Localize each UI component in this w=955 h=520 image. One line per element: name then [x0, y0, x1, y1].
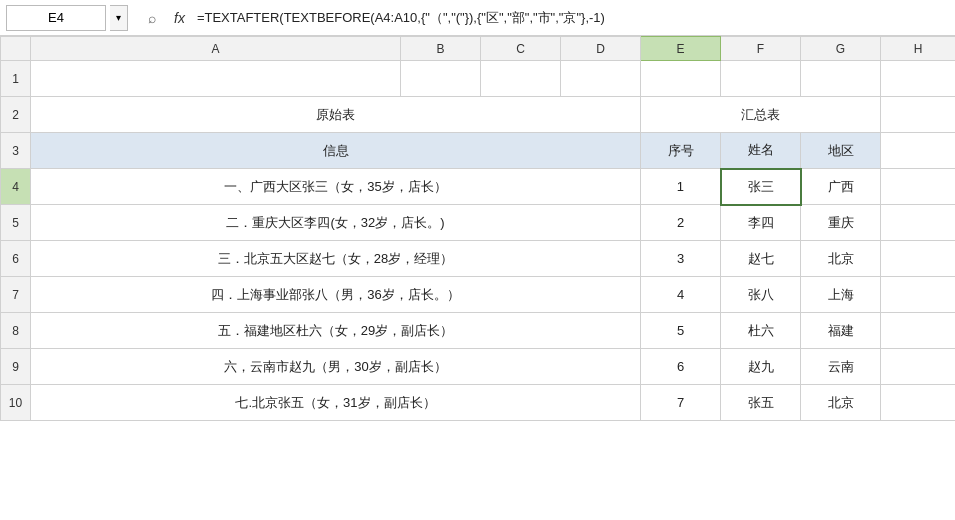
- col-header-g[interactable]: G: [801, 37, 881, 61]
- table-row: 4 一、广西大区张三（女，35岁，店长） 1 张三 广西: [1, 169, 956, 205]
- cell-e8-seqno[interactable]: 5: [641, 313, 721, 349]
- cell-a8-data[interactable]: 五．福建地区杜六（女，29岁，副店长）: [31, 313, 641, 349]
- cell-f4-name[interactable]: 张三: [721, 169, 801, 205]
- table-row: 3 信息 序号 姓名 地区: [1, 133, 956, 169]
- col-header-c[interactable]: C: [481, 37, 561, 61]
- cell-ref-value: E4: [48, 10, 64, 25]
- cell-g9-region[interactable]: 云南: [801, 349, 881, 385]
- cell-g3-region[interactable]: 地区: [801, 133, 881, 169]
- cell-a3-header[interactable]: 信息: [31, 133, 641, 169]
- cell-h10[interactable]: [881, 385, 956, 421]
- cell-h2[interactable]: [881, 97, 956, 133]
- cell-d1[interactable]: [561, 61, 641, 97]
- formula-bar: E4 ▾ ⌕ fx: [0, 0, 955, 36]
- spreadsheet-grid: A B C D E F G H 1: [0, 36, 955, 421]
- cell-g4-region[interactable]: 广西: [801, 169, 881, 205]
- formula-input[interactable]: [193, 5, 949, 31]
- cell-a2-title[interactable]: 原始表: [31, 97, 641, 133]
- table-row: 7 四．上海事业部张八（男，36岁，店长。） 4 张八 上海: [1, 277, 956, 313]
- cell-g7-region[interactable]: 上海: [801, 277, 881, 313]
- cell-e10-seqno[interactable]: 7: [641, 385, 721, 421]
- cell-f10-name[interactable]: 张五: [721, 385, 801, 421]
- cell-f3-name[interactable]: 姓名: [721, 133, 801, 169]
- table-row: 1: [1, 61, 956, 97]
- cell-f8-name[interactable]: 杜六: [721, 313, 801, 349]
- cell-h6[interactable]: [881, 241, 956, 277]
- dropdown-arrow-icon: ▾: [116, 12, 121, 23]
- table-row: 8 五．福建地区杜六（女，29岁，副店长） 5 杜六 福建: [1, 313, 956, 349]
- cell-e6-seqno[interactable]: 3: [641, 241, 721, 277]
- table-row: 2 原始表 汇总表: [1, 97, 956, 133]
- col-header-a[interactable]: A: [31, 37, 401, 61]
- cell-f1[interactable]: [721, 61, 801, 97]
- table-row: 5 二．重庆大区李四(女，32岁，店长。) 2 李四 重庆: [1, 205, 956, 241]
- cell-h4[interactable]: [881, 169, 956, 205]
- table-row: 10 七.北京张五（女，31岁，副店长） 7 张五 北京: [1, 385, 956, 421]
- cell-e7-seqno[interactable]: 4: [641, 277, 721, 313]
- cell-h3[interactable]: [881, 133, 956, 169]
- cell-e5-seqno[interactable]: 2: [641, 205, 721, 241]
- table-row: 6 三．北京五大区赵七（女，28岁，经理） 3 赵七 北京: [1, 241, 956, 277]
- fx-label: fx: [174, 10, 185, 26]
- col-header-f[interactable]: F: [721, 37, 801, 61]
- row-header-3[interactable]: 3: [1, 133, 31, 169]
- cell-g1[interactable]: [801, 61, 881, 97]
- col-header-h[interactable]: H: [881, 37, 956, 61]
- col-header-b[interactable]: B: [401, 37, 481, 61]
- row-header-9[interactable]: 9: [1, 349, 31, 385]
- cell-reference-box[interactable]: E4: [6, 5, 106, 31]
- column-header-row: A B C D E F G H: [1, 37, 956, 61]
- table-row: 9 六，云南市赵九（男，30岁，副店长） 6 赵九 云南: [1, 349, 956, 385]
- cell-g8-region[interactable]: 福建: [801, 313, 881, 349]
- corner-header: [1, 37, 31, 61]
- cell-a1[interactable]: [31, 61, 401, 97]
- cell-e4-seqno[interactable]: 1: [641, 169, 721, 205]
- cell-e1[interactable]: [641, 61, 721, 97]
- formula-search-icon: ⌕: [138, 5, 166, 31]
- cell-b1[interactable]: [401, 61, 481, 97]
- cell-e2-title[interactable]: 汇总表: [641, 97, 881, 133]
- cell-a7-data[interactable]: 四．上海事业部张八（男，36岁，店长。）: [31, 277, 641, 313]
- cell-h1[interactable]: [881, 61, 956, 97]
- row-header-1[interactable]: 1: [1, 61, 31, 97]
- cell-f6-name[interactable]: 赵七: [721, 241, 801, 277]
- cell-h9[interactable]: [881, 349, 956, 385]
- cell-a9-data[interactable]: 六，云南市赵九（男，30岁，副店长）: [31, 349, 641, 385]
- cell-a4-data[interactable]: 一、广西大区张三（女，35岁，店长）: [31, 169, 641, 205]
- row-header-8[interactable]: 8: [1, 313, 31, 349]
- cell-a6-data[interactable]: 三．北京五大区赵七（女，28岁，经理）: [31, 241, 641, 277]
- cell-h8[interactable]: [881, 313, 956, 349]
- cell-a5-data[interactable]: 二．重庆大区李四(女，32岁，店长。): [31, 205, 641, 241]
- cell-g6-region[interactable]: 北京: [801, 241, 881, 277]
- cell-f5-name[interactable]: 李四: [721, 205, 801, 241]
- cell-g10-region[interactable]: 北京: [801, 385, 881, 421]
- cell-ref-dropdown[interactable]: ▾: [110, 5, 128, 31]
- cell-h5[interactable]: [881, 205, 956, 241]
- row-header-7[interactable]: 7: [1, 277, 31, 313]
- cell-e3-seqno[interactable]: 序号: [641, 133, 721, 169]
- search-icon: ⌕: [148, 10, 156, 26]
- row-header-2[interactable]: 2: [1, 97, 31, 133]
- row-header-5[interactable]: 5: [1, 205, 31, 241]
- row-header-6[interactable]: 6: [1, 241, 31, 277]
- col-header-d[interactable]: D: [561, 37, 641, 61]
- cell-f9-name[interactable]: 赵九: [721, 349, 801, 385]
- cell-c1[interactable]: [481, 61, 561, 97]
- cell-g5-region[interactable]: 重庆: [801, 205, 881, 241]
- cell-h7[interactable]: [881, 277, 956, 313]
- grid-table: A B C D E F G H 1: [0, 36, 955, 421]
- cell-f7-name[interactable]: 张八: [721, 277, 801, 313]
- row-header-10[interactable]: 10: [1, 385, 31, 421]
- cell-a10-data[interactable]: 七.北京张五（女，31岁，副店长）: [31, 385, 641, 421]
- col-header-e[interactable]: E: [641, 37, 721, 61]
- cell-e9-seqno[interactable]: 6: [641, 349, 721, 385]
- row-header-4[interactable]: 4: [1, 169, 31, 205]
